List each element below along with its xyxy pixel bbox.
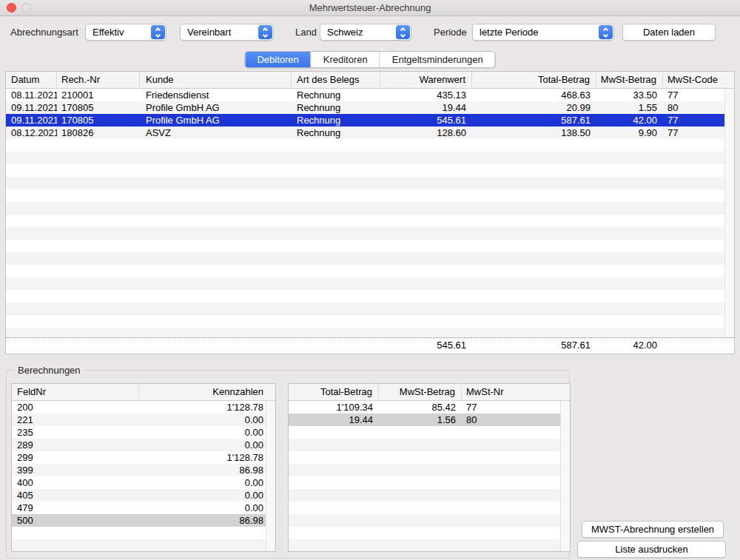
table-row[interactable] xyxy=(6,252,734,265)
cell xyxy=(472,328,596,337)
tab-debitoren[interactable]: Debitoren xyxy=(245,52,310,67)
table-row[interactable]: 4050.00 xyxy=(12,489,275,502)
table-row[interactable] xyxy=(289,514,570,527)
cell: 400 xyxy=(12,476,139,489)
cell: 468.63 xyxy=(472,89,596,101)
scrollbar-track[interactable] xyxy=(266,401,275,551)
table-row[interactable] xyxy=(289,539,570,552)
column-header[interactable]: Datum xyxy=(6,72,57,88)
table-row[interactable] xyxy=(289,426,570,439)
mwst-table-header[interactable]: Total-BetragMwSt-BetragMwSt-Nr xyxy=(289,384,570,401)
cell xyxy=(663,315,734,328)
title-bar[interactable]: Mehrwertsteuer-Abrechnung xyxy=(0,0,740,16)
vereinbart-select[interactable]: Vereinbart xyxy=(180,24,274,41)
table-row[interactable] xyxy=(289,451,570,464)
table-row[interactable]: 2890.00 xyxy=(12,439,275,451)
liste-ausdrucken-button[interactable]: Liste ausdrucken xyxy=(577,541,726,558)
table-row[interactable]: 2350.00 xyxy=(12,426,275,439)
table-row[interactable] xyxy=(289,502,570,514)
cell xyxy=(596,303,663,315)
table-row[interactable] xyxy=(289,464,570,476)
table-row[interactable] xyxy=(6,227,734,240)
table-row[interactable] xyxy=(6,177,734,189)
cell xyxy=(289,527,379,539)
table-row[interactable] xyxy=(12,539,275,552)
table-row[interactable] xyxy=(289,527,570,539)
cell xyxy=(462,489,570,502)
daten-laden-button[interactable]: Daten laden xyxy=(622,24,716,41)
table-row[interactable] xyxy=(12,527,275,539)
tab-entgeltsminderungen[interactable]: Entgeltsminderungen xyxy=(380,52,495,67)
table-row[interactable] xyxy=(6,215,734,227)
column-header[interactable]: Warenwert xyxy=(380,72,472,88)
table-row[interactable] xyxy=(6,265,734,277)
table-row[interactable] xyxy=(289,476,570,489)
table-row[interactable] xyxy=(6,315,734,328)
cell xyxy=(663,227,734,240)
scrollbar-track[interactable] xyxy=(724,89,734,337)
invoice-table-body: 08.11.2021210001FriedensdienstRechnung43… xyxy=(6,89,734,337)
table-row[interactable]: 08.11.2021210001FriedensdienstRechnung43… xyxy=(6,89,734,101)
table-row[interactable]: 4790.00 xyxy=(12,502,275,514)
cell xyxy=(380,152,472,164)
feldnr-table-header[interactable]: FeldNrKennzahlen xyxy=(12,384,275,401)
table-row[interactable]: 2210.00 xyxy=(12,414,275,426)
table-row[interactable]: 39986.98 xyxy=(12,464,275,476)
table-row[interactable] xyxy=(6,290,734,303)
abrechnungsart-select[interactable]: Effektiv xyxy=(85,24,166,41)
column-header[interactable]: MwSt-Betrag xyxy=(379,384,462,400)
cell: 221 xyxy=(12,414,139,426)
cell: 200 xyxy=(12,401,139,414)
table-row[interactable] xyxy=(6,202,734,215)
table-row[interactable]: 09.11.2021170805Profile GmbH AGRechnung1… xyxy=(6,101,734,114)
table-row[interactable]: 2991'128.78 xyxy=(12,451,275,464)
mwst-abrechnung-erstellen-button[interactable]: MWST-Abrechnung erstellen xyxy=(582,521,724,538)
column-header[interactable]: MwSt-Code xyxy=(663,72,734,88)
land-select[interactable]: Schweiz xyxy=(320,24,411,41)
table-row[interactable]: 2001'128.78 xyxy=(12,401,275,414)
table-row[interactable]: 50086.98 xyxy=(12,514,275,527)
cell xyxy=(380,215,472,227)
invoice-table-header[interactable]: DatumRech.-NrKundeArt des BelegsWarenwer… xyxy=(6,72,734,89)
table-row[interactable] xyxy=(6,303,734,315)
table-row[interactable]: 4000.00 xyxy=(12,476,275,489)
column-header[interactable]: Kunde xyxy=(140,72,292,88)
table-row[interactable]: 19.441.5680 xyxy=(289,414,570,426)
cell: 1.55 xyxy=(596,101,663,114)
cell xyxy=(380,189,472,202)
cell xyxy=(380,277,472,290)
column-header[interactable]: Total-Betrag xyxy=(289,384,379,400)
cell xyxy=(663,252,734,265)
column-header[interactable]: Art des Belegs xyxy=(292,72,380,88)
cell xyxy=(472,303,596,315)
cell xyxy=(292,215,380,227)
cell xyxy=(380,202,472,215)
table-row[interactable] xyxy=(6,189,734,202)
cell: 0.00 xyxy=(139,502,275,514)
column-header[interactable]: MwSt-Betrag xyxy=(596,72,663,88)
column-header[interactable]: Total-Betrag xyxy=(472,72,596,88)
column-header[interactable]: MwSt-Nr xyxy=(462,384,570,400)
column-header[interactable]: Rech.-Nr xyxy=(57,72,140,88)
table-row[interactable] xyxy=(289,489,570,502)
table-row[interactable] xyxy=(289,439,570,451)
table-row[interactable] xyxy=(6,240,734,252)
tab-kreditoren[interactable]: Kreditoren xyxy=(311,52,380,67)
cell xyxy=(379,464,462,476)
table-row[interactable]: 1'109.3485.4277 xyxy=(289,401,570,414)
cell xyxy=(140,189,292,202)
scrollbar-track[interactable] xyxy=(560,401,570,551)
table-row[interactable] xyxy=(6,139,734,152)
table-row[interactable] xyxy=(6,277,734,290)
table-row[interactable] xyxy=(6,328,734,337)
table-row[interactable] xyxy=(6,164,734,177)
table-row[interactable]: 09.11.2021170805Profile GmbH AGRechnung5… xyxy=(6,114,734,126)
close-button[interactable] xyxy=(7,3,16,13)
feldnr-table-body: 2001'128.782210.002350.002890.002991'128… xyxy=(12,401,275,552)
column-header[interactable]: FeldNr xyxy=(12,384,139,400)
table-row[interactable]: 08.12.2021180826ASVZRechnung128.60138.50… xyxy=(6,126,734,139)
cell: 210001 xyxy=(57,89,140,101)
periode-select[interactable]: letzte Periode xyxy=(472,24,614,41)
table-row[interactable] xyxy=(6,152,734,164)
column-header[interactable]: Kennzahlen xyxy=(139,384,275,400)
